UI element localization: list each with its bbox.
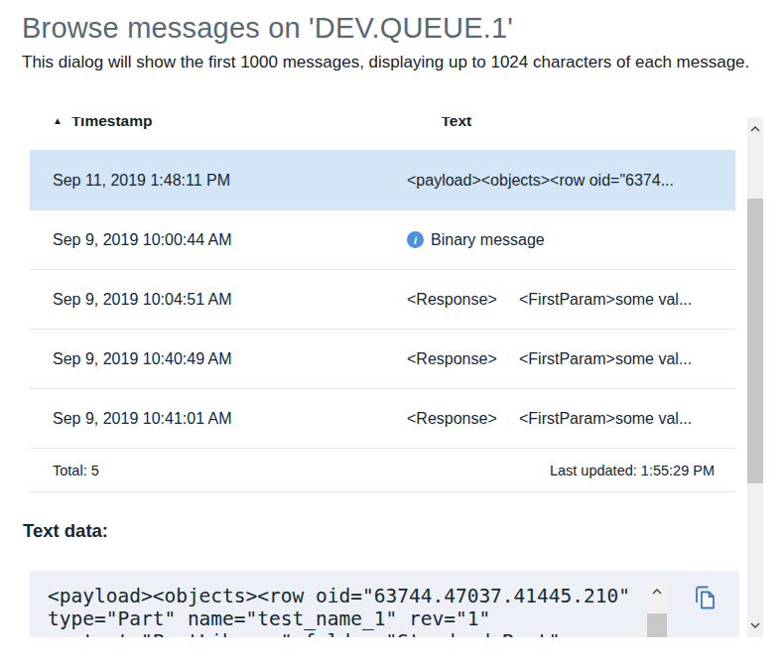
text-cell: <Response> <FirstParam>some val... <box>407 410 735 428</box>
textarea-scrollbar-thumb[interactable] <box>647 613 667 637</box>
chevron-down-icon <box>750 622 760 628</box>
column-header-timestamp[interactable]: ▲ Timestamp <box>30 117 407 130</box>
total-count-label: Total: 5 <box>53 463 99 478</box>
chevron-up-icon <box>750 126 760 132</box>
message-text-area[interactable]: <payload><objects><row oid="63744.47037.… <box>48 585 645 637</box>
table-footer: Total: 5 Last updated: 1:55:29 PM <box>30 449 735 492</box>
page-title: Browse messages on 'DEV.QUEUE.1' <box>22 12 513 45</box>
textarea-scrollbar[interactable] <box>647 584 667 637</box>
column-header-text-label: Text <box>441 117 471 129</box>
timestamp-cell: Sep 9, 2019 10:04:51 AM <box>30 291 407 309</box>
dialog-scrollbar-thumb[interactable] <box>747 199 763 483</box>
info-icon: i <box>407 231 424 248</box>
textarea-scroll-up-button[interactable] <box>647 584 667 600</box>
copy-button[interactable] <box>689 582 720 613</box>
chevron-up-icon <box>652 589 662 595</box>
messages-table: ▲ Timestamp Text Sep 11, 2019 1:48:11 PM… <box>30 117 735 492</box>
binary-message-label: Binary message <box>431 231 545 249</box>
sort-ascending-icon: ▲ <box>53 117 63 126</box>
table-row[interactable]: Sep 9, 2019 10:00:44 AM i Binary message <box>30 210 735 270</box>
text-cell: <payload><objects><row oid="6374... <box>407 172 735 190</box>
scroll-up-button[interactable] <box>747 121 763 137</box>
timestamp-cell: Sep 11, 2019 1:48:11 PM <box>30 172 407 190</box>
table-header-row: ▲ Timestamp Text <box>30 117 735 151</box>
last-updated-label: Last updated: 1:55:29 PM <box>550 463 715 478</box>
text-data-heading: Text data: <box>23 520 108 542</box>
text-cell: <Response> <FirstParam>some val... <box>407 350 735 368</box>
text-cell: <Response> <FirstParam>some val... <box>407 291 735 309</box>
table-row[interactable]: Sep 9, 2019 10:04:51 AM <Response> <Firs… <box>30 270 735 330</box>
timestamp-cell: Sep 9, 2019 10:41:01 AM <box>30 410 407 428</box>
dialog-scroll-viewport: ▲ Timestamp Text Sep 11, 2019 1:48:11 PM… <box>0 117 747 637</box>
text-data-field: <payload><objects><row oid="63744.47037.… <box>30 571 739 637</box>
table-row[interactable]: Sep 11, 2019 1:48:11 PM <payload><object… <box>30 151 735 210</box>
page-subtitle: This dialog will show the first 1000 mes… <box>22 52 764 72</box>
text-cell: i Binary message <box>407 231 735 249</box>
dialog-scrollbar[interactable] <box>747 117 763 637</box>
table-row[interactable]: Sep 9, 2019 10:41:01 AM <Response> <Firs… <box>30 389 735 449</box>
timestamp-cell: Sep 9, 2019 10:40:49 AM <box>30 350 407 368</box>
copy-icon <box>692 584 718 611</box>
scroll-down-button[interactable] <box>747 617 763 633</box>
table-row[interactable]: Sep 9, 2019 10:40:49 AM <Response> <Firs… <box>30 330 735 389</box>
column-header-timestamp-label: Timestamp <box>71 117 153 130</box>
column-header-text[interactable]: Text <box>407 117 735 148</box>
timestamp-cell: Sep 9, 2019 10:00:44 AM <box>30 231 407 249</box>
